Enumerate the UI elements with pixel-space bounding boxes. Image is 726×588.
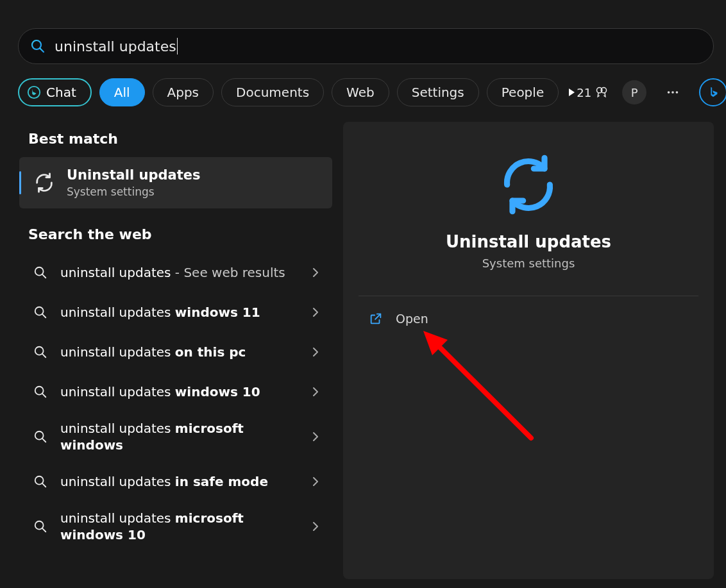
web-results-list: uninstall updates - See web resultsunins… [19, 253, 333, 551]
search-icon [33, 305, 47, 319]
web-result-item[interactable]: uninstall updates microsoft windows 10 [19, 501, 332, 551]
rewards-points[interactable]: 21 [577, 86, 608, 99]
chevron-right-icon [310, 267, 321, 278]
more-options-button[interactable] [661, 80, 685, 105]
filter-chat[interactable]: Chat [18, 78, 92, 106]
detail-subtitle: System settings [343, 256, 714, 270]
medal-icon [595, 86, 608, 99]
open-external-icon [369, 312, 383, 326]
detail-divider [359, 296, 698, 296]
svg-line-11 [42, 314, 46, 317]
svg-point-6 [671, 91, 674, 94]
svg-line-21 [42, 528, 46, 532]
rewards-points-value: 21 [577, 86, 591, 99]
search-icon [33, 345, 47, 359]
filter-people[interactable]: People [487, 78, 559, 106]
best-match-subtitle: System settings [67, 185, 201, 198]
web-result-item[interactable]: uninstall updates on this pc [19, 332, 332, 372]
filter-documents-label: Documents [236, 85, 309, 100]
filter-all[interactable]: All [99, 78, 145, 106]
web-result-item[interactable]: uninstall updates windows 10 [19, 372, 332, 412]
search-input[interactable]: uninstall updates [55, 29, 713, 63]
search-icon [33, 265, 47, 280]
sync-icon-large [493, 153, 564, 217]
web-result-text: uninstall updates microsoft windows 10 [60, 510, 310, 543]
chevron-right-icon [310, 432, 321, 442]
svg-line-17 [42, 439, 46, 442]
svg-line-1 [40, 49, 44, 53]
web-result-item[interactable]: uninstall updates in safe mode [19, 462, 332, 501]
web-result-item[interactable]: uninstall updates windows 11 [19, 292, 332, 332]
best-match-texts: Uninstall updates System settings [67, 167, 201, 198]
chevron-right-icon [310, 307, 321, 317]
bing-button[interactable] [699, 78, 726, 106]
filter-bar: Chat All Apps Documents Web Settings Peo… [18, 77, 714, 108]
filter-settings-label: Settings [412, 85, 464, 100]
detail-pane: Uninstall updates System settings Open [343, 122, 714, 579]
web-result-text: uninstall updates windows 11 [60, 304, 310, 321]
filter-settings[interactable]: Settings [397, 78, 479, 106]
sync-icon [33, 172, 55, 194]
chevron-right-icon [310, 521, 321, 532]
web-result-text: uninstall updates windows 10 [60, 383, 310, 400]
filter-apps-label: Apps [167, 85, 199, 100]
detail-title: Uninstall updates [343, 232, 714, 251]
search-icon [33, 430, 47, 444]
filter-people-label: People [502, 85, 544, 100]
results-column: Best match Uninstall updates System sett… [19, 122, 333, 551]
svg-point-7 [676, 91, 679, 94]
detail-icon-wrap [343, 153, 714, 217]
user-avatar[interactable]: P [622, 80, 646, 105]
open-action[interactable]: Open [369, 312, 428, 326]
web-result-text: uninstall updates microsoft windows [60, 420, 310, 453]
header-tools: 21 P [577, 78, 726, 106]
play-icon [566, 87, 577, 97]
search-icon [33, 385, 47, 399]
svg-line-15 [42, 394, 46, 397]
search-input-text: uninstall updates [55, 38, 176, 55]
svg-line-9 [42, 274, 46, 278]
chevron-right-icon [310, 476, 321, 487]
search-web-heading: Search the web [28, 226, 333, 242]
svg-point-5 [668, 91, 670, 94]
search-bar[interactable]: uninstall updates [18, 28, 714, 64]
best-match-heading: Best match [28, 131, 333, 147]
text-cursor [177, 38, 178, 55]
bing-icon [706, 85, 720, 99]
chevron-right-icon [310, 347, 321, 357]
web-result-item[interactable]: uninstall updates - See web results [19, 253, 332, 292]
best-match-result[interactable]: Uninstall updates System settings [19, 157, 332, 208]
filter-web[interactable]: Web [332, 78, 389, 106]
search-icon [33, 519, 47, 533]
web-result-item[interactable]: uninstall updates microsoft windows [19, 412, 332, 462]
more-filters-button[interactable] [566, 78, 577, 106]
search-icon [33, 475, 47, 489]
filter-apps[interactable]: Apps [153, 78, 214, 106]
filter-chat-label: Chat [46, 85, 76, 100]
web-result-text: uninstall updates in safe mode [60, 473, 310, 490]
chevron-right-icon [310, 387, 321, 397]
open-action-label: Open [396, 312, 428, 326]
user-avatar-initial: P [631, 86, 638, 99]
web-result-text: uninstall updates - See web results [60, 264, 310, 281]
filter-all-label: All [114, 85, 130, 100]
bing-chat-icon [27, 85, 41, 99]
filter-web-label: Web [346, 85, 375, 100]
search-icon [30, 38, 46, 54]
filter-documents[interactable]: Documents [221, 78, 324, 106]
svg-line-19 [42, 483, 46, 487]
svg-line-13 [42, 354, 46, 357]
more-horizontal-icon [666, 85, 680, 99]
web-result-text: uninstall updates on this pc [60, 344, 310, 360]
best-match-title: Uninstall updates [67, 167, 201, 183]
